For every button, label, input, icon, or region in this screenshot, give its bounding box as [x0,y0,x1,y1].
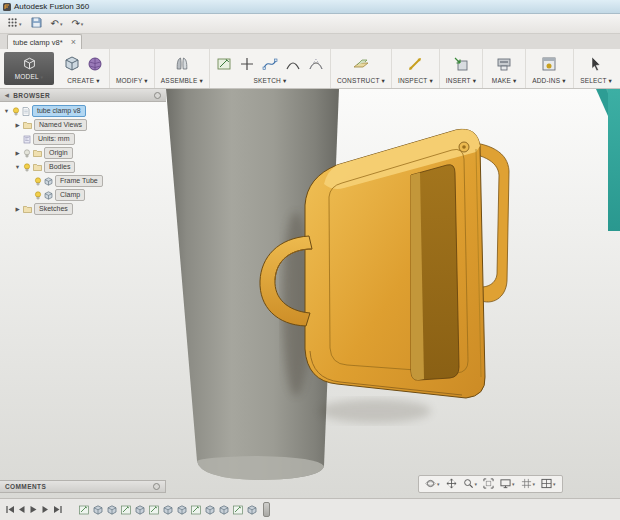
timeline-sketch-icon[interactable] [189,503,202,516]
title-bar: Autodesk Fusion 360 [0,0,620,14]
expander-icon[interactable]: ▼ [14,164,21,170]
grid-settings-icon [521,478,532,491]
close-tab-icon[interactable]: × [71,38,76,46]
bulb-icon[interactable] [23,163,31,172]
go-to-start-button[interactable] [4,503,15,516]
play-button[interactable] [28,503,39,516]
ribbon-group-construct[interactable]: CONSTRUCT ▾ [330,49,391,88]
timeline-feature-icon[interactable] [91,503,104,516]
tree-item-label[interactable]: Named Views [34,119,87,131]
tree-item-label[interactable]: Frame Tube [55,175,103,187]
timeline-feature-icon[interactable] [245,503,258,516]
comments-options-icon[interactable] [153,483,160,490]
form-icon[interactable] [87,56,103,72]
tree-item-label[interactable]: Origin [44,147,73,159]
dropdown-caret-icon: ▾ [512,481,515,487]
timeline-feature-icon[interactable] [161,503,174,516]
timeline-sketch-icon[interactable] [119,503,132,516]
bulb-icon[interactable] [34,191,42,200]
arc-icon[interactable] [285,56,301,72]
timeline-sketch-icon[interactable] [147,503,160,516]
tree-item-label[interactable]: Bodies [44,161,75,173]
nav-display-settings-button[interactable]: ▾ [498,477,517,492]
save-button[interactable] [28,16,45,31]
browser-header[interactable]: ◀ BROWSER [0,89,166,102]
doc-icon [22,107,30,116]
browser-item-clamp[interactable]: Clamp [0,188,166,202]
tree-item-label[interactable]: tube clamp v8 [32,105,86,117]
tree-item-label[interactable]: Units: mm [33,133,75,145]
select-icon[interactable] [588,56,604,72]
undo-button-icon: ↶ [51,19,59,29]
panel-collapse-icon[interactable]: ◀ [5,92,9,98]
sketch-icon[interactable] [216,56,232,72]
browser-item-named-views[interactable]: ▶Named Views [0,118,166,132]
tree-item-label[interactable]: Clamp [55,189,85,201]
step-back-button[interactable] [16,503,27,516]
ribbon-group-create[interactable]: CREATE ▾ [58,49,109,88]
window-title: Autodesk Fusion 360 [14,2,89,11]
comments-label: COMMENTS [5,483,46,490]
ribbon-group-make[interactable]: MAKE ▾ [482,49,525,88]
timeline-feature-icon[interactable] [203,503,216,516]
measure-icon[interactable] [407,56,423,72]
nav-viewports-button[interactable]: ▾ [539,477,558,492]
ribbon-groups: CREATE ▾MODIFY ▾ASSEMBLE ▾SKETCH ▾CONSTR… [58,49,618,88]
make-icon[interactable] [496,56,512,72]
timeline-feature-icon[interactable] [105,503,118,516]
tree-item-label[interactable]: Sketches [34,203,73,215]
insert-icon[interactable] [453,56,469,72]
timeline-feature-icon[interactable] [133,503,146,516]
timeline-position-marker[interactable] [263,502,270,517]
browser-item-bodies[interactable]: ▼Bodies [0,160,166,174]
timeline-sketch-icon[interactable] [77,503,90,516]
step-forward-button[interactable] [40,503,51,516]
nav-zoom-button[interactable]: ▾ [461,477,480,492]
browser-item-tube-clamp-v8[interactable]: ▼tube clamp v8 [0,104,166,118]
document-tab[interactable]: tube clamp v8* × [7,34,82,49]
nav-fit-button[interactable] [481,477,496,492]
ribbon-group-assemble[interactable]: ASSEMBLE ▾ [154,49,209,88]
joint-icon[interactable] [174,56,190,72]
redo-button[interactable]: ↷▾ [68,18,86,30]
browser-item-frame-tube[interactable]: Frame Tube [0,174,166,188]
browser-item-units-mm[interactable]: Units: mm [0,132,166,146]
conic-icon[interactable] [308,56,324,72]
expander-icon[interactable]: ▶ [14,150,21,156]
point-icon[interactable] [239,56,255,72]
go-to-end-button[interactable] [52,503,63,516]
plane-icon[interactable] [353,56,369,72]
expander-icon[interactable]: ▶ [14,122,21,128]
box-icon[interactable] [64,56,80,72]
timeline-sketch-icon[interactable] [231,503,244,516]
undo-button[interactable]: ↶▾ [48,18,66,30]
ribbon-group-insert[interactable]: INSERT ▾ [439,49,482,88]
nav-pan-button[interactable] [444,477,459,492]
navigation-toolbar: ▾▾▾▾▾ [418,475,563,493]
comments-bar[interactable]: COMMENTS [0,480,166,493]
addins-icon[interactable] [541,56,557,72]
ribbon-group-modify[interactable]: MODIFY ▾ [109,49,154,88]
dropdown-caret-icon: ▾ [475,481,478,487]
bulb-icon[interactable] [12,107,20,116]
workspace-selector[interactable]: MODEL ▾ [4,52,54,85]
bulb-off-icon[interactable] [23,149,31,158]
spline-icon[interactable] [262,56,278,72]
nav-orbit-button[interactable]: ▾ [423,477,442,492]
timeline-feature-icon[interactable] [217,503,230,516]
ribbon-group-label: SELECT ▾ [580,77,612,86]
ribbon-group-select[interactable]: SELECT ▾ [573,49,618,88]
panel-options-icon[interactable] [154,92,161,99]
ribbon-group-inspect[interactable]: INSPECT ▾ [391,49,439,88]
browser-item-sketches[interactable]: ▶Sketches [0,202,166,216]
expander-icon[interactable]: ▼ [3,108,10,114]
display-settings-icon [500,478,511,491]
ribbon-group-add-ins[interactable]: ADD-INS ▾ [525,49,572,88]
timeline-feature-icon[interactable] [175,503,188,516]
app-menu-button[interactable]: ▾ [4,16,25,31]
expander-icon[interactable]: ▶ [14,206,21,212]
ribbon-group-sketch[interactable]: SKETCH ▾ [209,49,330,88]
bulb-icon[interactable] [34,177,42,186]
nav-grid-settings-button[interactable]: ▾ [519,477,538,492]
browser-item-origin[interactable]: ▶Origin [0,146,166,160]
